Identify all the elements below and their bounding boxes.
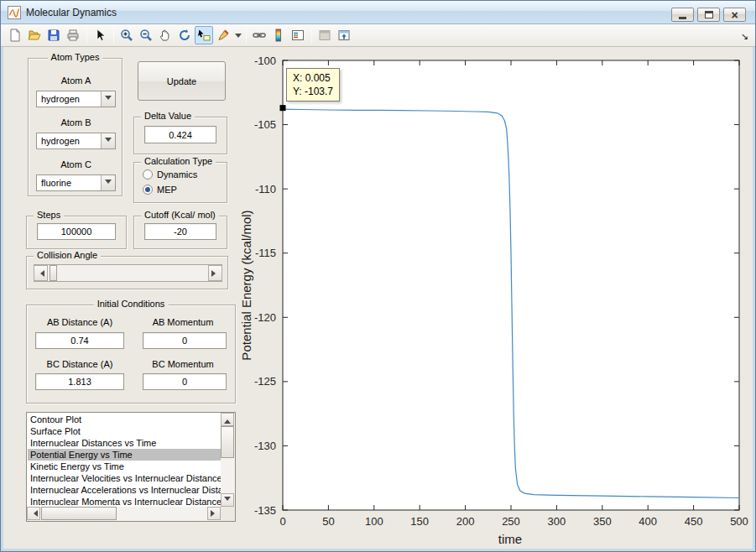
dropdown-arrow-icon: [101, 175, 115, 190]
collision-angle-slider[interactable]: [34, 264, 222, 282]
vertical-scroll-thumb[interactable]: [221, 426, 234, 458]
steps-panel: Steps: [26, 216, 127, 249]
radio-mep-label: MEP: [157, 185, 177, 195]
scroll-up-button[interactable]: [221, 413, 234, 426]
delta-value-input[interactable]: [144, 126, 216, 143]
insert-colorbar-button[interactable]: [269, 26, 288, 44]
brush-dropdown-button[interactable]: [233, 26, 242, 44]
svg-text:300: 300: [548, 515, 566, 528]
list-item-contour-plot[interactable]: Contour Plot: [28, 414, 221, 425]
list-item-surface-plot[interactable]: Surface Plot: [28, 425, 221, 437]
svg-text:500: 500: [730, 515, 748, 528]
atom-a-value: hydrogen: [37, 91, 101, 107]
list-item-kinetic-energy[interactable]: Kinetic Energy vs Time: [28, 461, 221, 472]
slider-left-arrow[interactable]: [34, 265, 48, 281]
svg-text:-110: -110: [255, 183, 276, 195]
close-button[interactable]: [723, 8, 746, 22]
pan-button[interactable]: [156, 26, 175, 44]
link-plot-button[interactable]: [250, 26, 269, 44]
slider-thumb[interactable]: [50, 265, 57, 281]
list-item-internuclear-momenta[interactable]: Internuclear Momenta vs Internuclear Dis…: [28, 496, 221, 507]
bc-distance-input[interactable]: [35, 373, 124, 390]
vertical-scrollbar[interactable]: [221, 413, 235, 507]
calculation-type-panel-title: Calculation Type: [141, 156, 216, 166]
toolbar-separator: [311, 27, 312, 44]
edit-plot-button[interactable]: [91, 26, 109, 44]
bc-momentum-label: BC Momentum: [136, 359, 230, 369]
dropdown-arrow-icon: [101, 91, 115, 107]
insert-colorbar-icon: [272, 29, 285, 42]
collision-angle-panel: Collision Angle: [26, 256, 228, 289]
cutoff-input[interactable]: [144, 223, 216, 240]
hide-plot-tools-button[interactable]: [315, 26, 334, 44]
dock-figure-button[interactable]: [335, 26, 353, 44]
scroll-right-button[interactable]: [207, 507, 221, 520]
minimize-button[interactable]: [671, 8, 694, 22]
list-item-internuclear-distances[interactable]: Internuclear Distances vs Time: [28, 437, 221, 449]
bc-momentum-input[interactable]: [143, 373, 227, 390]
cutoff-panel-title: Cutoff (Kcal/ mol): [141, 210, 219, 220]
toolbar-overflow-icon[interactable]: [741, 31, 748, 42]
scrollbar-corner: [221, 507, 235, 521]
atom-c-dropdown[interactable]: fluorine: [36, 174, 116, 191]
radio-mep[interactable]: MEP: [143, 185, 177, 195]
data-tip[interactable]: X: 0.005 Y: -103.7: [286, 68, 340, 102]
zoom-in-button[interactable]: [117, 26, 136, 44]
atom-types-panel: Atom Types Atom A hydrogen Atom B hydrog…: [28, 58, 123, 196]
print-figure-icon: [66, 29, 80, 42]
radio-dynamics[interactable]: Dynamics: [143, 169, 197, 180]
zoom-out-button[interactable]: [137, 26, 155, 44]
cutoff-panel: Cutoff (Kcal/ mol): [133, 216, 227, 249]
svg-text:-105: -105: [254, 118, 276, 131]
horizontal-scroll-thumb[interactable]: [41, 507, 117, 520]
delta-value-panel-title: Delta Value: [141, 111, 195, 121]
atom-c-label: Atom C: [29, 159, 123, 169]
hide-plot-tools-icon: [318, 29, 331, 42]
list-item-potential-energy[interactable]: Potential Energy vs Time: [28, 449, 221, 461]
rotate-3d-button[interactable]: [175, 26, 194, 44]
svg-text:250: 250: [502, 515, 520, 528]
svg-text:50: 50: [322, 515, 334, 528]
chart-region: 050100150200250300350400450500-135-130-1…: [236, 47, 756, 552]
zoom-out-icon: [139, 29, 153, 42]
title-bar[interactable]: Molecular Dynamics: [1, 1, 755, 24]
open-file-icon: [28, 29, 41, 42]
ab-distance-input[interactable]: [35, 332, 124, 349]
toolbar-separator: [113, 27, 114, 44]
list-item-internuclear-accelerations[interactable]: Internuclear Accelerations vs Internucle…: [28, 484, 221, 496]
new-figure-button[interactable]: [6, 26, 24, 44]
open-file-button[interactable]: [25, 26, 44, 44]
steps-input[interactable]: [37, 223, 116, 240]
left-arrow-icon: [37, 270, 44, 277]
chart-plot-area[interactable]: 050100150200250300350400450500-135-130-1…: [236, 47, 756, 552]
atom-b-dropdown[interactable]: hydrogen: [36, 133, 116, 149]
maximize-button[interactable]: [697, 8, 720, 22]
print-figure-button[interactable]: [64, 26, 82, 44]
plot-type-listbox[interactable]: Contour Plot Surface Plot Internuclear D…: [26, 412, 236, 522]
svg-text:450: 450: [685, 515, 703, 528]
list-item-internuclear-velocities[interactable]: Internuclear Velocities vs Internuclear …: [28, 472, 221, 484]
save-figure-icon: [47, 29, 60, 42]
data-tip-y: Y: -103.7: [293, 85, 333, 98]
slider-right-arrow[interactable]: [208, 265, 222, 281]
ab-distance-label: AB Distance (A): [30, 317, 129, 327]
delta-value-panel: Delta Value: [133, 117, 227, 154]
atom-a-dropdown[interactable]: hydrogen: [36, 91, 116, 107]
save-figure-button[interactable]: [44, 26, 63, 44]
svg-text:-125: -125: [254, 375, 276, 388]
svg-text:-130: -130: [254, 440, 276, 452]
data-cursor-button[interactable]: [195, 26, 213, 44]
brush-button[interactable]: [214, 26, 232, 44]
initial-conditions-panel: Initial Conditions AB Distance (A) AB Mo…: [26, 305, 236, 404]
update-button[interactable]: Update: [138, 61, 226, 101]
plot-type-list: Contour Plot Surface Plot Internuclear D…: [28, 414, 221, 507]
svg-text:-100: -100: [254, 55, 276, 67]
scroll-down-button[interactable]: [221, 493, 234, 507]
horizontal-scrollbar[interactable]: [27, 507, 221, 521]
dropdown-arrow-icon: [101, 133, 115, 148]
insert-legend-button[interactable]: [289, 26, 307, 44]
scroll-left-button[interactable]: [27, 507, 40, 520]
svg-text:350: 350: [593, 515, 612, 528]
atom-a-label: Atom A: [29, 76, 123, 86]
ab-momentum-input[interactable]: [143, 332, 227, 349]
